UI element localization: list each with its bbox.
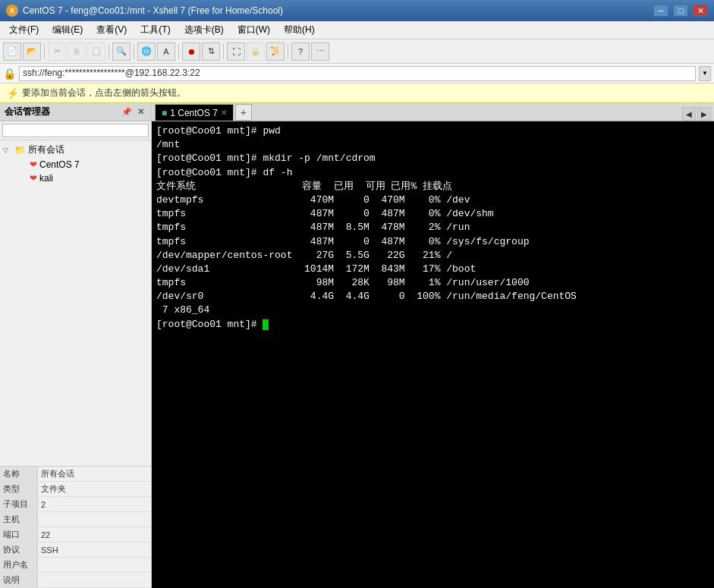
sidebar-tree: ▽ 📁 所有会话 ❤ CentOS 7 ❤ kali <box>0 140 151 466</box>
menubar: 文件(F) 编辑(E) 查看(V) 工具(T) 选项卡(B) 窗口(W) 帮助(… <box>0 21 714 39</box>
addrbar-dropdown[interactable]: ▼ <box>699 66 711 81</box>
lock-icon: 🔒 <box>3 68 16 80</box>
tb-more[interactable]: ⋯ <box>311 42 329 61</box>
info-row-port: 端口 22 <box>0 527 151 542</box>
info-label-children: 子项目 <box>0 497 38 511</box>
info-row-desc: 说明 <box>0 573 151 588</box>
tree-item-all-sessions[interactable]: ▽ 📁 所有会话 <box>0 142 151 158</box>
tree-expand-icon: ▽ <box>3 146 12 154</box>
tb-paste[interactable]: 📋 <box>87 42 105 61</box>
terminal-line: [root@Coo01 mnt]# <box>156 318 709 332</box>
terminal-line: /dev/mapper/centos-root 27G 5.5G 22G 21%… <box>156 249 709 263</box>
toolbar: 📄 📂 ✂ ⎘ 📋 🔍 🌐 A ⏺ ⇅ ⛶ 🔒 📜 ? ⋯ <box>0 39 714 64</box>
session-icon-kali: ❤ <box>30 173 37 184</box>
menu-file[interactable]: 文件(F) <box>3 23 45 38</box>
tb-globe[interactable]: 🌐 <box>137 42 156 61</box>
info-label-port: 端口 <box>0 527 38 542</box>
menu-window[interactable]: 窗口(W) <box>231 23 276 38</box>
tab-centos7-close[interactable]: ✕ <box>221 108 227 117</box>
tb-record[interactable]: ⏺ <box>182 42 200 61</box>
terminal-line: /dev/sda1 1014M 172M 843M 17% /boot <box>156 263 709 276</box>
terminal-line: /mnt <box>156 138 709 152</box>
tb-font[interactable]: A <box>157 42 175 61</box>
address-input[interactable]: ssh://feng:*****************@192.168.22.… <box>19 66 696 81</box>
sidebar-header-icons: 📌 ✕ <box>121 106 146 118</box>
info-label-protocol: 协议 <box>0 542 38 557</box>
tb-script[interactable]: 📜 <box>266 42 285 61</box>
tb-open[interactable]: 📂 <box>23 42 41 61</box>
info-row-protocol: 协议 SSH <box>0 542 151 558</box>
window-title: CentOS 7 - feng@Coo01:/mnt - Xshell 7 (F… <box>23 5 649 16</box>
tree-label-centos7: CentOS 7 <box>39 159 80 170</box>
terminal-line: tmpfs 487M 0 487M 0% /dev/shm <box>156 207 709 221</box>
tab-nav: ◀ ▶ <box>682 107 711 121</box>
app-icon: X <box>6 5 18 17</box>
info-label-type: 类型 <box>0 482 38 496</box>
terminal-line: tmpfs 487M 8.5M 478M 2% /run <box>156 221 709 234</box>
sidebar-title: 会话管理器 <box>5 105 50 118</box>
terminal-line: 7 x86_64 <box>156 303 709 317</box>
info-value-protocol: SSH <box>38 544 151 556</box>
info-row-username: 用户名 <box>0 558 151 573</box>
terminal-line: [root@Coo01 mnt]# df -h <box>156 166 709 180</box>
tb-lock[interactable]: 🔒 <box>247 42 265 61</box>
tab-new-button[interactable]: + <box>235 104 252 121</box>
terminal-line: [root@Coo01 mnt]# mkdir -p /mnt/cdrom <box>156 152 709 165</box>
tree-label-all: 所有会话 <box>28 143 64 156</box>
tb-help[interactable]: ? <box>291 42 310 61</box>
info-value-type: 文件夹 <box>38 482 151 496</box>
info-label-host: 主机 <box>0 512 38 527</box>
session-icon-centos: ❤ <box>30 159 37 170</box>
sidebar-search-input[interactable] <box>2 124 149 137</box>
menu-tools[interactable]: 工具(T) <box>134 23 176 38</box>
info-value-name: 所有会话 <box>38 467 151 481</box>
terminal-line: [root@Coo01 mnt]# pwd <box>156 124 709 138</box>
content-wrapper: 会话管理器 📌 ✕ ▽ 📁 所有会话 ❤ <box>0 103 714 588</box>
info-icon: ⚡ <box>6 87 19 99</box>
info-value-port: 22 <box>38 529 151 541</box>
terminal-line: 文件系统 容量 已用 可用 已用% 挂载点 <box>156 180 709 193</box>
menu-view[interactable]: 查看(V) <box>90 23 133 38</box>
tab-centos7[interactable]: ■ 1 CentOS 7 ✕ <box>155 104 234 121</box>
tb-cut[interactable]: ✂ <box>48 42 66 61</box>
terminal-line: tmpfs 487M 0 487M 0% /sys/fs/cgroup <box>156 235 709 249</box>
infobar: ⚡ 要添加当前会话，点击左侧的箭头按钮。 <box>0 83 714 103</box>
tabbar: ■ 1 CentOS 7 ✕ + ◀ ▶ <box>152 103 714 121</box>
titlebar: X CentOS 7 - feng@Coo01:/mnt - Xshell 7 … <box>0 0 714 21</box>
tb-transfer[interactable]: ⇅ <box>202 42 220 61</box>
info-row-host: 主机 <box>0 512 151 527</box>
tab-nav-right[interactable]: ▶ <box>697 107 711 121</box>
sidebar-info: 名称 所有会话 类型 文件夹 子项目 2 主机 端口 22 <box>0 466 151 588</box>
info-row-name: 名称 所有会话 <box>0 467 151 482</box>
maximize-button[interactable]: □ <box>673 5 688 17</box>
tb-fullscreen[interactable]: ⛶ <box>227 42 245 61</box>
info-value-username <box>38 564 151 567</box>
terminal-line: tmpfs 98M 28K 98M 1% /run/user/1000 <box>156 276 709 290</box>
info-label-desc: 说明 <box>0 573 38 587</box>
close-button[interactable]: ✕ <box>693 5 708 17</box>
terminal-cursor <box>263 319 269 330</box>
tb-copy[interactable]: ⎘ <box>68 42 86 61</box>
tree-item-kali[interactable]: ❤ kali <box>0 171 151 185</box>
info-value-host <box>38 518 151 521</box>
info-label-name: 名称 <box>0 467 38 481</box>
info-value-desc <box>38 579 151 582</box>
terminal-line: devtmpfs 470M 0 470M 0% /dev <box>156 193 709 207</box>
menu-edit[interactable]: 编辑(E) <box>46 23 89 38</box>
tree-label-kali: kali <box>39 173 53 184</box>
infobar-text: 要添加当前会话，点击左侧的箭头按钮。 <box>22 86 186 99</box>
tree-item-centos7[interactable]: ❤ CentOS 7 <box>0 158 151 171</box>
sidebar-close-icon[interactable]: ✕ <box>134 106 146 118</box>
info-row-children: 子项目 2 <box>0 497 151 512</box>
minimize-button[interactable]: ─ <box>653 5 668 17</box>
sidebar-pin-icon[interactable]: 📌 <box>121 106 133 118</box>
sidebar-header: 会话管理器 📌 ✕ <box>0 103 151 121</box>
terminal[interactable]: [root@Coo01 mnt]# pwd/mnt[root@Coo01 mnt… <box>152 121 714 588</box>
info-row-type: 类型 文件夹 <box>0 482 151 497</box>
menu-tabs[interactable]: 选项卡(B) <box>178 23 230 38</box>
tb-new[interactable]: 📄 <box>3 42 21 61</box>
main-area: 会话管理器 📌 ✕ ▽ 📁 所有会话 ❤ <box>0 103 714 588</box>
tb-search[interactable]: 🔍 <box>112 42 131 61</box>
tab-nav-left[interactable]: ◀ <box>682 107 696 121</box>
menu-help[interactable]: 帮助(H) <box>278 23 321 38</box>
